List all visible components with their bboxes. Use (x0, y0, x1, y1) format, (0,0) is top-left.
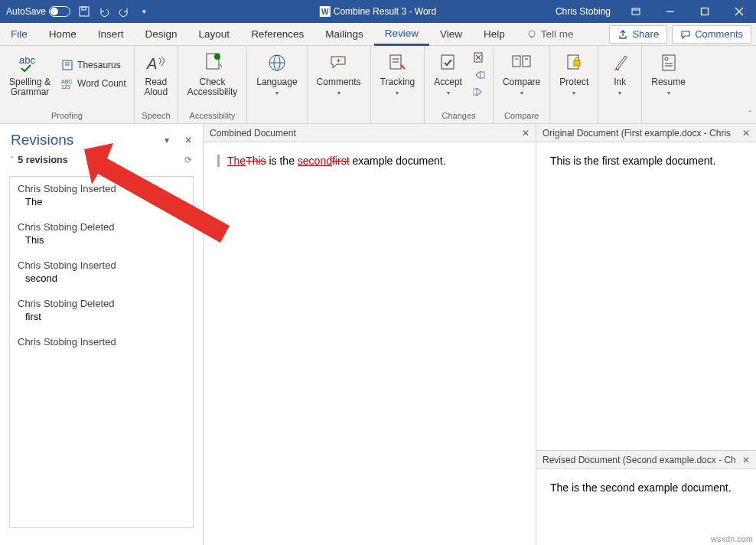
svg-text:123: 123 (61, 84, 70, 90)
protect-button[interactable]: Protect▾ (555, 49, 593, 100)
thesaurus-button[interactable]: Thesaurus (58, 57, 129, 73)
tab-mailings[interactable]: Mailings (314, 23, 374, 45)
read-aloud-button[interactable]: A Read Aloud (139, 49, 173, 99)
qat-more-icon[interactable]: ▾ (138, 5, 150, 18)
reject-button[interactable] (470, 50, 488, 65)
ribbon: abc Spelling & Grammar Thesaurus ABC123W… (0, 46, 756, 124)
share-button[interactable]: Share (609, 25, 667, 44)
revisions-dropdown-icon[interactable]: ▾ (165, 135, 169, 145)
svg-rect-5 (701, 8, 708, 15)
revisions-title: Revisions (11, 132, 73, 148)
close-button[interactable] (722, 0, 756, 23)
group-label-speech: Speech (142, 109, 170, 122)
svg-rect-30 (481, 72, 484, 78)
language-button[interactable]: Language▾ (252, 49, 301, 100)
comments-ribbon-button[interactable]: ✦Comments▾ (312, 49, 366, 100)
tab-design[interactable]: Design (135, 23, 188, 45)
tell-me-search[interactable]: Tell me (516, 23, 585, 45)
previous-icon (473, 70, 485, 80)
tracked-insert: The (227, 155, 246, 167)
tab-view[interactable]: View (429, 23, 473, 45)
revision-item[interactable]: Chris Stobing Insertedsecond (10, 253, 193, 292)
ribbon-display-icon[interactable] (618, 0, 653, 23)
username-label[interactable]: Chris Stobing (548, 6, 618, 17)
tracking-button[interactable]: Tracking▾ (376, 49, 420, 100)
autosave-toggle[interactable]: AutoSave (6, 6, 70, 17)
svg-point-18 (214, 54, 220, 60)
svg-text:✦: ✦ (336, 57, 341, 64)
revisions-count: 5 revisions (18, 155, 67, 165)
revision-item[interactable]: Chris Stobing InsertedThe (10, 177, 193, 215)
right-pane: Original Document (First example.docx - … (536, 124, 756, 545)
svg-rect-32 (513, 56, 520, 67)
revisions-refresh-icon[interactable]: ⟳ (184, 155, 192, 165)
revision-item[interactable]: Chris Stobing Deletedfirst (10, 292, 193, 330)
group-changes: Accept▾ Changes (425, 46, 494, 123)
svg-rect-37 (574, 60, 580, 66)
collapse-ribbon-icon[interactable]: ˆ (749, 110, 751, 119)
svg-point-8 (529, 31, 535, 37)
read-aloud-icon: A (144, 51, 168, 75)
combined-doc-close-icon[interactable]: ✕ (522, 128, 530, 139)
accept-button[interactable]: Accept▾ (429, 49, 467, 100)
group-tracking: Tracking▾ (371, 46, 425, 123)
word-app-icon: W (320, 6, 331, 17)
compare-icon (510, 51, 534, 75)
next-icon (473, 86, 485, 97)
revision-item[interactable]: Chris Stobing DeletedThis (10, 215, 193, 253)
next-change-button[interactable] (470, 85, 488, 99)
combined-doc-title: Combined Document (210, 128, 296, 139)
svg-text:A: A (146, 55, 157, 72)
group-label-accessibility: Accessibility (190, 109, 236, 122)
title-bar: AutoSave ▾ W Combine Result 3 - Word Chr… (0, 0, 756, 23)
maximize-button[interactable] (687, 0, 722, 23)
save-icon[interactable] (78, 5, 90, 18)
tab-review[interactable]: Review (374, 24, 429, 46)
revisions-pane: Revisions ▾ ✕ ˆ5 revisions ⟳ Chris Stobi… (0, 124, 204, 545)
revisions-close-icon[interactable]: ✕ (184, 135, 192, 145)
check-accessibility-button[interactable]: Check Accessibility (183, 49, 242, 99)
undo-icon[interactable] (98, 5, 110, 18)
group-speech: A Read Aloud Speech (135, 46, 178, 123)
revised-doc-title: Revised Document (Second example.docx - … (543, 455, 736, 465)
tracked-delete: This (246, 155, 266, 167)
ink-button[interactable]: Ink▾ (603, 49, 637, 100)
spelling-icon: abc (18, 51, 42, 75)
redo-icon[interactable] (118, 5, 130, 18)
tab-insert[interactable]: Insert (87, 23, 135, 45)
svg-rect-1 (82, 7, 86, 10)
tab-layout[interactable]: Layout (188, 23, 241, 45)
group-protect: Protect▾ (550, 46, 598, 123)
protect-icon (562, 51, 586, 75)
minimize-button[interactable] (653, 0, 687, 23)
comment-icon (680, 29, 691, 40)
original-doc-body[interactable]: This is the first example document. (536, 142, 756, 450)
revision-item[interactable]: Chris Stobing Inserted (10, 330, 193, 357)
spelling-grammar-button[interactable]: abc Spelling & Grammar (5, 49, 55, 99)
combined-document-pane: Combined Document ✕ TheThis is the secon… (204, 124, 536, 545)
ink-icon (608, 51, 632, 75)
original-doc-close-icon[interactable]: ✕ (742, 128, 750, 139)
revisions-list: Chris Stobing InsertedThe Chris Stobing … (9, 176, 194, 528)
combined-doc-body[interactable]: TheThis is the secondfirst example docum… (204, 142, 536, 545)
group-comments: ✦Comments▾ (308, 46, 371, 123)
svg-text:abc: abc (19, 54, 35, 66)
resume-button[interactable]: Resume▾ (647, 49, 690, 100)
window-title: W Combine Result 3 - Word (320, 6, 437, 17)
accessibility-icon (200, 51, 225, 75)
svg-rect-33 (523, 56, 530, 67)
word-count-button[interactable]: ABC123Word Count (58, 76, 129, 91)
tab-home[interactable]: Home (38, 23, 87, 45)
share-icon (618, 29, 628, 40)
tab-file[interactable]: File (0, 23, 38, 45)
tab-references[interactable]: References (240, 23, 314, 45)
tracked-delete: first (332, 155, 350, 167)
previous-change-button[interactable] (470, 68, 488, 82)
revisions-collapse-icon[interactable]: ˆ (11, 156, 13, 165)
svg-rect-26 (442, 55, 454, 69)
revised-doc-close-icon[interactable]: ✕ (742, 455, 750, 465)
accept-icon (436, 51, 461, 75)
compare-button[interactable]: Compare▾ (498, 49, 545, 100)
comments-button[interactable]: Comments (672, 25, 751, 44)
tab-help[interactable]: Help (473, 23, 516, 45)
